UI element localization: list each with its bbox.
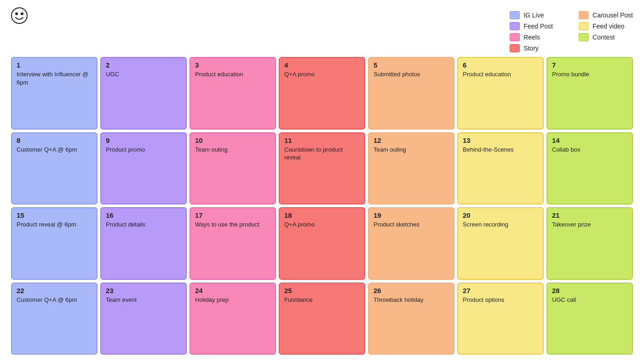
cell-content-11: Countdown to product reveal	[284, 146, 360, 162]
cell-day-27: 27	[463, 287, 538, 294]
cell-content-6: Product education	[463, 70, 538, 79]
cell-day-2: 2	[106, 62, 181, 68]
cell-content-9: Product promo	[106, 146, 181, 154]
cell-day-11: 11	[284, 137, 360, 144]
cell-day-8: 8	[17, 137, 92, 144]
header: IG LiveCarousel PostFeed PostFeed videoR…	[11, 7, 633, 52]
logo-title-area	[11, 7, 31, 26]
legend-item-ig-live: IG Live	[510, 11, 564, 19]
cell-content-5: Submitted photos	[374, 70, 449, 79]
cell-content-26: Throwback holiday	[374, 296, 449, 304]
cell-day-12: 12	[374, 137, 449, 144]
svg-point-2	[21, 12, 23, 15]
cell-content-13: Behind-the-Scenes	[463, 146, 538, 154]
calendar-cell-22: 22Customer Q+A @ 6pm	[11, 283, 98, 355]
legend-swatch-feed-post	[510, 22, 520, 30]
legend-label-contest: Contest	[592, 34, 615, 41]
cell-day-26: 26	[374, 287, 449, 294]
calendar-cell-8: 8Customer Q+A @ 6pm	[11, 132, 98, 205]
legend-swatch-feed-video	[579, 22, 589, 30]
calendar-cell-25: 25Fun/dance	[279, 283, 365, 355]
cell-content-15: Product reveal @ 6pm	[17, 221, 92, 229]
cell-day-7: 7	[552, 62, 627, 68]
logo-row	[11, 7, 31, 24]
calendar-cell-9: 9Product promo	[100, 132, 187, 205]
calendar-cell-4: 4Q+A promo	[279, 57, 365, 130]
legend-label-feed-video: Feed video	[592, 23, 624, 30]
calendar-cell-17: 17Ways to use the product	[190, 207, 276, 280]
calendar-cell-23: 23Team event	[100, 283, 187, 355]
calendar-cell-19: 19Product sketches	[368, 207, 454, 280]
legend-item-carousel: Carousel Post	[579, 11, 633, 19]
cell-content-28: UGC call	[552, 296, 627, 304]
calendar-cell-28: 28UGC call	[546, 283, 633, 355]
page-wrapper: IG LiveCarousel PostFeed PostFeed videoR…	[0, 0, 644, 362]
cell-day-6: 6	[463, 62, 538, 68]
legend-item-feed-post: Feed Post	[510, 22, 564, 30]
cell-day-15: 15	[17, 212, 92, 219]
cell-day-17: 17	[195, 212, 270, 219]
calendar-cell-1: 1Interview with Influencer @ 6pm	[11, 57, 98, 130]
calendar-cell-21: 21Takeover prize	[546, 207, 633, 280]
cell-content-22: Customer Q+A @ 6pm	[17, 296, 92, 304]
calendar-cell-2: 2UGC	[100, 57, 187, 130]
calendar-cell-5: 5Submitted photos	[368, 57, 454, 130]
cell-content-2: UGC	[106, 70, 181, 79]
cell-day-18: 18	[284, 212, 360, 219]
cell-day-3: 3	[195, 62, 270, 68]
cell-day-13: 13	[463, 137, 538, 144]
cell-day-23: 23	[106, 287, 181, 294]
cell-day-14: 14	[552, 137, 627, 144]
cell-content-4: Q+A promo	[284, 70, 360, 79]
legend-label-story: Story	[523, 45, 539, 52]
calendar-cell-24: 24Holiday prep	[190, 283, 276, 355]
cell-content-12: Team outing	[374, 146, 449, 154]
cell-day-10: 10	[195, 137, 270, 144]
legend-item-contest: Contest	[579, 33, 633, 41]
legend-item-reels: Reels	[510, 33, 564, 41]
cell-content-1: Interview with Influencer @ 6pm	[17, 70, 92, 86]
cell-content-18: Q+A promo	[284, 221, 360, 229]
calendar-cell-14: 14Collab box	[546, 132, 633, 205]
svg-point-1	[15, 12, 18, 15]
calendar-grid: 1Interview with Influencer @ 6pm2UGC3Pro…	[11, 57, 633, 355]
legend: IG LiveCarousel PostFeed PostFeed videoR…	[510, 11, 633, 52]
cell-content-27: Product options	[463, 296, 538, 304]
calendar-cell-11: 11Countdown to product reveal	[279, 132, 365, 205]
calendar-cell-20: 20Screen recording	[457, 207, 544, 280]
cell-content-3: Product education	[195, 70, 270, 79]
cell-day-24: 24	[195, 287, 270, 294]
cell-day-19: 19	[374, 212, 449, 219]
cell-content-21: Takeover prize	[552, 221, 627, 229]
cell-content-7: Promo bundle	[552, 70, 627, 79]
legend-label-reels: Reels	[523, 34, 540, 41]
cell-content-17: Ways to use the product	[195, 221, 270, 229]
cell-content-25: Fun/dance	[284, 296, 360, 304]
cell-day-25: 25	[284, 287, 360, 294]
cell-day-20: 20	[463, 212, 538, 219]
cell-day-22: 22	[17, 287, 92, 294]
cell-content-20: Screen recording	[463, 221, 538, 229]
legend-label-carousel: Carousel Post	[592, 11, 633, 19]
cell-day-1: 1	[17, 62, 92, 68]
legend-swatch-carousel	[579, 11, 589, 19]
calendar-cell-6: 6Product education	[457, 57, 544, 130]
calendar-cell-27: 27Product options	[457, 283, 544, 355]
calendar-cell-16: 16Product details	[100, 207, 187, 280]
cell-content-10: Team outing	[195, 146, 270, 154]
legend-swatch-story	[510, 44, 520, 52]
legend-item-feed-video: Feed video	[579, 22, 633, 30]
calendar-cell-18: 18Q+A promo	[279, 207, 365, 280]
cell-day-21: 21	[552, 212, 627, 219]
calendar-cell-26: 26Throwback holiday	[368, 283, 454, 355]
calendar-cell-13: 13Behind-the-Scenes	[457, 132, 544, 205]
svg-point-0	[12, 8, 27, 23]
calendar-cell-10: 10Team outing	[190, 132, 276, 205]
calendar-cell-12: 12Team outing	[368, 132, 454, 205]
legend-item-story: Story	[510, 44, 564, 52]
legend-label-feed-post: Feed Post	[523, 23, 553, 30]
calendar-cell-7: 7Promo bundle	[546, 57, 633, 130]
cell-content-23: Team event	[106, 296, 181, 304]
cell-content-16: Product details	[106, 221, 181, 229]
calendar-cell-15: 15Product reveal @ 6pm	[11, 207, 98, 280]
